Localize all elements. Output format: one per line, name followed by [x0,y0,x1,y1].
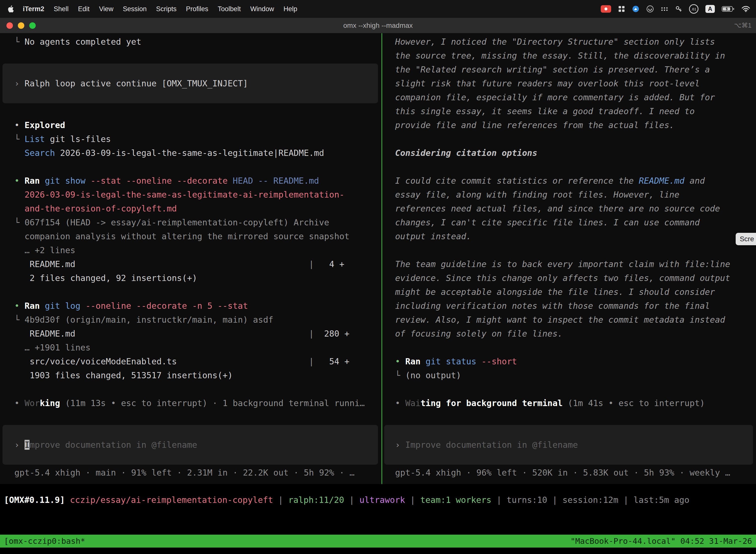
reasoning-line: including verification notes with those … [382,299,756,313]
menu-item-edit[interactable]: Edit [78,5,90,13]
close-button[interactable] [6,22,13,29]
text-segment: | [75,259,314,269]
text-segment: and [685,176,705,186]
blank-line [382,340,756,354]
blank-line [382,132,756,146]
wifi-icon[interactable] [742,6,750,12]
battery-icon[interactable] [722,5,735,12]
blank-line [0,382,381,396]
reasoning-line: of focusing solely on file lines. [382,327,756,340]
text-segment: git ls-files [45,134,111,144]
prompt-input[interactable]: › Improve documentation in @filename [2,425,378,465]
text-segment: | [405,495,420,505]
menu-item-profiles[interactable]: Profiles [186,5,208,13]
text-segment [40,301,45,311]
text-segment: (no output) [405,370,461,380]
text-segment: Ralph loop active continue [OMX_TMUX_INJ… [24,78,248,88]
text-segment: Search [24,148,55,158]
text-segment: companion file, especially if more comme… [395,92,715,102]
explored-search: Search 2026-03-09-is-legal-the-same-as-l… [0,146,381,160]
prompt-input[interactable]: › Improve documentation in @filename [384,425,753,465]
text-segment: └ [14,37,24,47]
screen-overlay-tab[interactable]: Scre [736,233,756,245]
screen-recording-indicator[interactable] [601,5,611,13]
text-segment: --short [477,356,517,366]
reasoning-line: evidence. Since this change only affects… [382,271,756,285]
reasoning-line: the "Related research writing" section i… [382,63,756,76]
text-segment: 4 + [314,259,344,269]
apple-menu[interactable] [7,5,14,13]
tool-output-line: 2026-03-09-is-legal-the-same-as-legitima… [0,188,381,202]
menu-item-iterm2[interactable]: iTerm2 [23,5,44,13]
text-segment: | [75,329,314,339]
menu-item-window[interactable]: Window [250,5,274,13]
tool-output-line: … +2 lines [0,243,381,257]
text-segment: List [24,134,45,144]
menu-status-icons: .61 A [601,4,750,14]
omx-status-line: [OMX#0.11.9] cczip/essay/ai-reimplementa… [4,493,690,507]
text-segment: team:1 workers [421,495,492,505]
tool-output-line: └ (no output) [382,368,756,382]
text-segment: › [395,440,405,450]
minimize-button[interactable] [18,22,24,29]
gauge-icon[interactable]: .61 [689,4,698,14]
blue-app-icon[interactable] [632,5,639,13]
reasoning-line: essay file, along with finding root file… [382,188,756,202]
menu-item-toolbelt[interactable]: Toolbelt [218,5,241,13]
pane-right[interactable]: However, I noticed the "Directory Struct… [382,33,756,484]
grid-icon[interactable] [618,5,625,12]
text-segment: Wor [24,398,40,408]
menu-item-scripts[interactable]: Scripts [156,5,177,13]
text-segment [14,148,24,158]
text-segment: › [14,78,24,88]
text-segment: › [14,440,24,450]
window-title: omx --xhigh --madmax [0,21,756,30]
input-source-icon[interactable]: A [705,5,715,13]
text-segment: 2026-03-09-is-legal-the-same-as-legitima… [55,148,324,158]
menu-item-view[interactable]: View [99,5,113,13]
tool-output-line: … +1901 lines [0,340,381,354]
text-segment: 1903 files changed, 513517 insertions(+) [14,370,233,380]
window-shortcut: ⌥⌘1 [734,21,756,29]
zoom-button[interactable] [29,22,36,29]
text-segment: turns:10 [507,495,548,505]
text-segment: Wai [405,398,421,408]
text-segment: changes, I can't cite specific file line… [395,217,700,227]
reasoning-line: the source tree, missing the essay. Stil… [382,49,756,63]
menu-item-help[interactable]: Help [284,5,297,13]
explored-header: • Explored [0,118,381,132]
menu-items: iTerm2ShellEditViewSessionScriptsProfile… [23,5,297,13]
reasoning-line: references need actual files, and since … [382,202,756,215]
dots-icon[interactable] [661,6,668,12]
menu-item-session[interactable]: Session [123,5,146,13]
blank-line [0,49,381,63]
waiting-indicator: • Waiting for background terminal (1m 41… [382,396,756,410]
tool-output-line: src/voice/voiceModeEnabled.ts | 54 + [0,354,381,368]
tool-output-line: 2 files changed, 92 insertions(+) [0,271,381,285]
menu-item-shell[interactable]: Shell [54,5,69,13]
reasoning-line: changes, I can't cite specific file line… [382,215,756,229]
text-segment: the source tree, missing the essay. Stil… [395,51,725,61]
text-segment: evidence. Since this change only affects… [395,273,730,283]
menu-bar: iTerm2ShellEditViewSessionScriptsProfile… [0,0,756,18]
pane-left[interactable]: └ No agents completed yet› Ralph loop ac… [0,33,381,484]
text-segment: king [40,398,60,408]
dark-app-icon[interactable] [646,5,654,13]
text-segment: this single essay, it seems like a good … [395,106,695,116]
pane-right-content: However, I noticed the "Directory Struct… [382,35,756,480]
text-segment: and-the-erosion-of-copyleft.md [14,204,177,214]
agents-status-line: └ No agents completed yet [0,35,381,49]
text-segment: The team guideline is to back every impo… [395,259,730,269]
text-segment: essay file, along with finding root file… [395,189,679,200]
text-segment: git status [426,356,477,366]
text-segment: src/voice/voiceModeEnabled.ts [14,356,177,366]
text-segment: companion analysis without altering the … [14,231,350,241]
text-segment: README.md [14,329,75,339]
text-segment: | [273,495,288,505]
text-segment: 2 files changed, 92 insertions(+) [14,273,197,283]
text-segment: Explored [24,120,65,130]
text-segment [40,176,45,186]
tool-call-git-log: • Ran git log --oneline --decorate -n 5 … [0,299,381,313]
key-icon[interactable] [675,5,682,12]
text-segment: | [547,495,562,505]
